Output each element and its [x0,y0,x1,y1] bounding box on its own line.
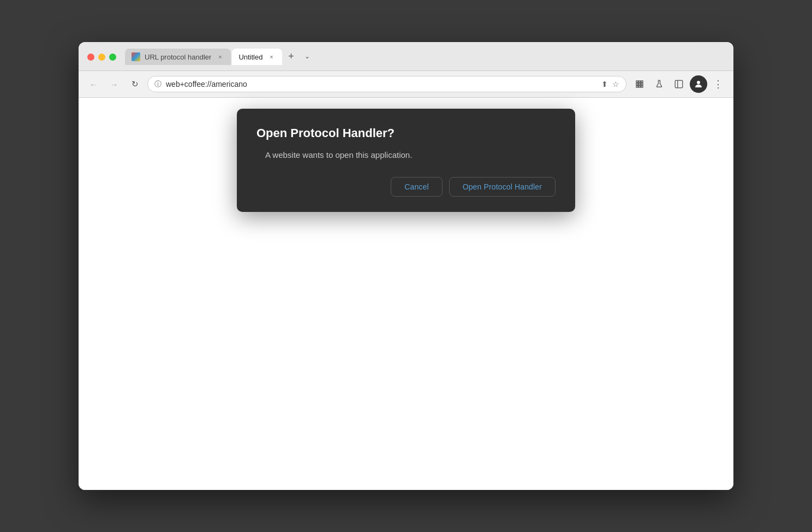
tab-untitled[interactable]: Untitled × [232,49,282,65]
dialog-message: A website wants to open this application… [256,150,556,159]
tabs-container: URL protocol handler × Untitled × + ⌄ [125,49,725,65]
toolbar-icons: ⋮ [631,75,727,93]
title-bar: URL protocol handler × Untitled × + ⌄ [79,42,733,71]
tab-dropdown-button[interactable]: ⌄ [300,49,315,64]
traffic-lights [87,54,116,61]
back-button[interactable]: ← [85,76,101,92]
title-bar-top: URL protocol handler × Untitled × + ⌄ [87,49,725,65]
browser-window: URL protocol handler × Untitled × + ⌄ ← … [79,42,733,490]
minimize-button[interactable] [98,54,105,61]
dialog-title: Open Protocol Handler? [256,126,556,140]
tab-close-button[interactable]: × [216,52,224,61]
dialog-buttons: Cancel Open Protocol Handler [256,177,556,197]
labs-icon[interactable] [650,75,668,93]
dialog-overlay: Open Protocol Handler? A website wants t… [79,98,733,490]
open-protocol-handler-button[interactable]: Open Protocol Handler [449,177,556,197]
tab-title-untitled: Untitled [238,53,262,61]
info-icon: ⓘ [154,79,162,89]
tab-close-button-untitled[interactable]: × [267,52,276,61]
forward-button[interactable]: → [106,76,122,92]
maximize-button[interactable] [109,54,116,61]
tab-url-protocol-handler[interactable]: URL protocol handler × [125,49,231,65]
address-text: web+coffee://americano [166,80,597,88]
new-tab-button[interactable]: + [283,49,298,64]
protocol-handler-dialog: Open Protocol Handler? A website wants t… [237,109,575,212]
address-bar[interactable]: ⓘ web+coffee://americano ⬆ ☆ [147,76,626,92]
tab-title: URL protocol handler [145,53,211,61]
svg-rect-0 [675,80,683,88]
menu-button[interactable]: ⋮ [709,75,727,93]
profile-button[interactable] [690,75,707,93]
navigation-bar: ← → ↻ ⓘ web+coffee://americano ⬆ ☆ [79,71,733,98]
tab-favicon [132,52,140,61]
page-content: Open Protocol Handler? A website wants t… [79,98,733,490]
close-button[interactable] [87,54,94,61]
svg-point-2 [697,81,700,84]
share-icon[interactable]: ⬆ [601,80,608,88]
extensions-icon[interactable] [631,75,648,93]
star-icon[interactable]: ☆ [612,80,619,88]
cancel-button[interactable]: Cancel [391,177,442,197]
reload-button[interactable]: ↻ [127,76,143,92]
sidebar-icon[interactable] [670,75,688,93]
